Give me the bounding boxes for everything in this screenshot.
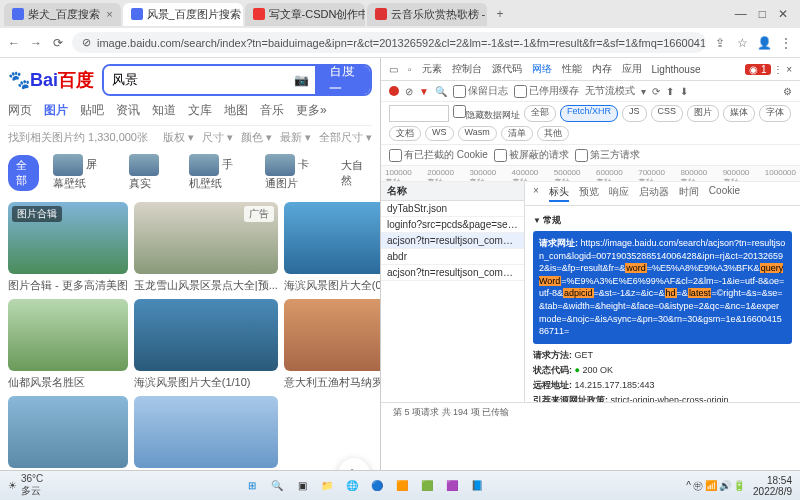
image-card[interactable]: 图片合辑图片合辑 - 更多高清美图 (8, 202, 128, 293)
edge-icon[interactable]: 🌐 (341, 475, 363, 497)
start-icon[interactable]: ⊞ (241, 475, 263, 497)
preserve-log-checkbox[interactable]: 保留日志 (453, 84, 508, 98)
request-row[interactable]: acjson?tn=resultjson_com&lo... (381, 233, 524, 249)
request-row[interactable]: dyTabStr.json (381, 201, 524, 217)
devtools-tab[interactable]: 应用 (622, 62, 642, 76)
hide-dataurl-checkbox[interactable]: 隐藏数据网址 (453, 105, 520, 122)
wifi-icon[interactable]: ⟳ (652, 86, 660, 97)
search-taskbar-icon[interactable]: 🔍 (266, 475, 288, 497)
nav-tab[interactable]: 文库 (188, 102, 212, 119)
general-section[interactable]: 常规 (533, 214, 792, 227)
window-close-icon[interactable]: ✕ (778, 7, 788, 21)
explorer-icon[interactable]: 📁 (316, 475, 338, 497)
search-icon[interactable]: 🔍 (435, 86, 447, 97)
cookie-filter-checkbox[interactable]: 有已拦截的 Cookie (389, 148, 488, 162)
app-icon[interactable]: 📘 (466, 475, 488, 497)
type-filter[interactable]: Fetch/XHR (560, 105, 618, 122)
nav-tab[interactable]: 更多» (296, 102, 327, 119)
throttle-select[interactable]: 无节流模式 (585, 84, 635, 98)
forward-icon[interactable]: → (28, 36, 44, 50)
request-row[interactable]: abdr (381, 249, 524, 265)
gear-icon[interactable]: ⚙ (783, 86, 792, 97)
detail-tab[interactable]: Cookie (709, 185, 740, 202)
browser-tab[interactable]: 云音乐欣赏热歌榜 - 排行榜 - 网...× (367, 3, 487, 26)
image-card[interactable]: 仙都风景名胜区 (8, 299, 128, 390)
browser-tab[interactable]: 风景_百度图片搜索× (123, 3, 243, 26)
devtools-tab[interactable]: 元素 (422, 62, 442, 76)
type-filter[interactable]: 其他 (537, 126, 569, 141)
device-icon[interactable]: ▫ (408, 64, 412, 75)
devtools-extras[interactable]: ◉ 1 ⋮ × (745, 64, 792, 75)
app-icon[interactable]: 🟪 (441, 475, 463, 497)
detail-tab[interactable]: 时间 (679, 185, 699, 202)
new-tab-button[interactable]: + (489, 7, 512, 21)
wifi-tray-icon[interactable]: 📶 (705, 480, 717, 491)
devtools-tab[interactable]: 控制台 (452, 62, 482, 76)
category-chip[interactable]: 全部 (8, 155, 39, 191)
back-icon[interactable]: ← (6, 36, 22, 50)
devtools-tab[interactable]: Lighthouse (652, 64, 701, 75)
browser-tab[interactable]: 写文章-CSDN创作中心× (245, 3, 365, 26)
disable-cache-checkbox[interactable]: 已停用缓存 (514, 84, 579, 98)
type-filter[interactable]: 媒体 (723, 105, 755, 122)
search-button[interactable]: 百度一 (315, 66, 370, 94)
clear-icon[interactable]: ⊘ (405, 86, 413, 97)
tray-chevron-icon[interactable]: ^ (686, 480, 691, 491)
chrome-icon[interactable]: 🔵 (366, 475, 388, 497)
close-icon[interactable]: × (106, 8, 112, 20)
category-chip[interactable]: 卡通图片 (257, 151, 327, 194)
inspect-icon[interactable]: ▭ (389, 64, 398, 75)
detail-tab[interactable]: 标头 (549, 185, 569, 202)
category-chip[interactable]: 手机壁纸 (181, 151, 251, 194)
category-chip[interactable]: 真实 (121, 151, 175, 194)
close-detail-icon[interactable]: × (533, 185, 539, 202)
taskview-icon[interactable]: ▣ (291, 475, 313, 497)
category-chip[interactable]: 大自然 (333, 155, 372, 191)
detail-tab[interactable]: 启动器 (639, 185, 669, 202)
app-icon[interactable]: 🟧 (391, 475, 413, 497)
menu-icon[interactable]: ⋮ (778, 36, 794, 50)
search-input[interactable] (104, 66, 288, 94)
devtools-tab[interactable]: 内存 (592, 62, 612, 76)
image-card[interactable]: 广告玉龙雪山风景区景点大全|预... (134, 202, 278, 293)
filter-icon[interactable]: ▼ (419, 86, 429, 97)
cookie-filter-checkbox[interactable]: 第三方请求 (575, 148, 640, 162)
image-card[interactable]: 海滨风景图片大全(0/10) (284, 202, 380, 293)
battery-icon[interactable]: 🔋 (733, 480, 745, 491)
devtools-tab[interactable]: 网络 (532, 62, 552, 76)
window-minimize-icon[interactable]: — (735, 7, 747, 21)
upload-icon[interactable]: ⬆ (666, 86, 674, 97)
browser-tab[interactable]: 柴犬_百度搜索× (4, 3, 121, 26)
record-icon[interactable] (389, 86, 399, 96)
devtools-tab[interactable]: 源代码 (492, 62, 522, 76)
chevron-down-icon[interactable]: ▾ (641, 86, 646, 97)
weather-widget[interactable]: ☀ 36°C多云 (8, 473, 43, 498)
baidu-logo[interactable]: 🐾Bai百度 (8, 68, 94, 92)
timeline-ruler[interactable]: 100000 毫秒200000 毫秒300000 毫秒400000 毫秒5000… (381, 166, 800, 182)
download-icon[interactable]: ⬇ (680, 86, 688, 97)
window-maximize-icon[interactable]: □ (759, 7, 766, 21)
request-url[interactable]: 请求网址: https://image.baidu.com/search/acj… (533, 231, 792, 344)
detail-tab[interactable]: 预览 (579, 185, 599, 202)
image-card[interactable]: 意大利五渔村马纳罗拉风景图片 (284, 299, 380, 390)
devtools-tab[interactable]: 性能 (562, 62, 582, 76)
share-icon[interactable]: ⇪ (712, 36, 728, 50)
nav-tab[interactable]: 地图 (224, 102, 248, 119)
filter-dropdown[interactable]: 版权 ▾ (163, 130, 194, 145)
filter-input[interactable] (389, 105, 449, 122)
name-column-header[interactable]: 名称 (381, 182, 524, 201)
reload-icon[interactable]: ⟳ (50, 36, 66, 50)
nav-tab[interactable]: 网页 (8, 102, 32, 119)
clock[interactable]: 18:542022/8/9 (753, 475, 792, 497)
filter-dropdown[interactable]: 全部尺寸 ▾ (319, 130, 372, 145)
type-filter[interactable]: 全部 (524, 105, 556, 122)
type-filter[interactable]: 图片 (687, 105, 719, 122)
nav-tab[interactable]: 知道 (152, 102, 176, 119)
type-filter[interactable]: 字体 (759, 105, 791, 122)
nav-tab[interactable]: 图片 (44, 102, 68, 119)
app-icon[interactable]: 🟩 (416, 475, 438, 497)
nav-tab[interactable]: 音乐 (260, 102, 284, 119)
filter-dropdown[interactable]: 颜色 ▾ (241, 130, 272, 145)
filter-dropdown[interactable]: 最新 ▾ (280, 130, 311, 145)
request-row[interactable]: loginfo?src=pcds&page=sear... (381, 217, 524, 233)
